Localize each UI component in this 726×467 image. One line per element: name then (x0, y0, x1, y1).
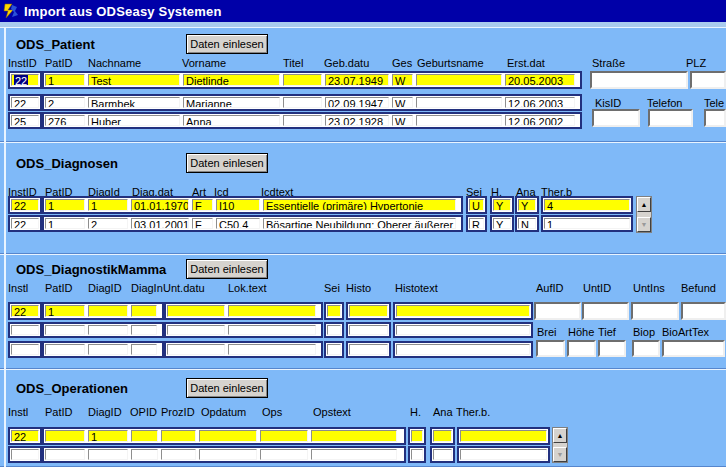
strasse-field[interactable] (590, 71, 688, 89)
patid-field[interactable] (45, 325, 85, 335)
sei-field[interactable] (327, 344, 341, 355)
patid-field[interactable] (45, 449, 85, 460)
telefon2-field[interactable] (704, 109, 726, 127)
therb-field[interactable] (460, 430, 547, 442)
vorname-field[interactable]: Dietlinde (183, 74, 280, 86)
ges-field[interactable]: W (392, 115, 413, 126)
instl-field[interactable] (11, 344, 39, 355)
nachname-field[interactable]: Test (88, 74, 180, 86)
diagid-field[interactable] (88, 305, 128, 317)
diagid-field[interactable] (88, 325, 128, 335)
geburtsname-field[interactable] (416, 115, 502, 126)
opstext-field[interactable] (311, 449, 397, 460)
sei-field[interactable] (327, 305, 341, 317)
diagid-field[interactable]: 1 (88, 430, 128, 442)
scroll-down-icon[interactable]: ▼ (637, 217, 651, 232)
diagid-field[interactable]: 1 (88, 199, 128, 211)
instid-field[interactable]: 22 (11, 218, 39, 229)
diagid-field[interactable]: 2 (88, 218, 128, 229)
histo-field[interactable] (349, 325, 388, 335)
patid-field[interactable]: 1 (45, 305, 85, 317)
art-field[interactable]: F (192, 218, 213, 229)
loktext-field[interactable] (228, 325, 316, 335)
patid-field[interactable]: 1 (45, 74, 85, 86)
histotext-field[interactable] (396, 325, 530, 335)
patid-field[interactable] (45, 344, 85, 355)
diagid-field[interactable] (88, 449, 128, 460)
nachname-field[interactable]: Barmbek (88, 97, 180, 108)
prozid-field[interactable] (161, 430, 196, 442)
opid-field[interactable] (131, 449, 158, 460)
vorname-field[interactable]: Marianne (183, 97, 280, 108)
kisid-field[interactable] (592, 109, 640, 127)
patid-field[interactable]: 1 (45, 199, 85, 211)
sei-field[interactable] (327, 325, 341, 335)
opdatum-field[interactable] (199, 430, 257, 442)
therb-field[interactable]: 1 (544, 218, 630, 229)
patid-field[interactable]: 2 (45, 97, 85, 108)
geburtsname-field[interactable] (416, 74, 502, 86)
operationen-scrollbar[interactable]: ▲ ▼ (552, 427, 568, 463)
diagnosen-scrollbar[interactable]: ▲ ▼ (636, 196, 652, 233)
biop-field[interactable] (632, 340, 660, 357)
ops-field[interactable] (260, 430, 308, 442)
instid-field[interactable]: 25 (11, 115, 39, 126)
histo-field[interactable] (349, 344, 388, 355)
geburtsname-field[interactable] (416, 97, 502, 108)
erstdat-field[interactable]: 20.05.2003 (505, 74, 575, 86)
instl-field[interactable]: 22 (11, 305, 39, 317)
h-field[interactable] (411, 430, 423, 442)
brei-field[interactable] (536, 340, 565, 357)
ges-field[interactable]: W (392, 97, 413, 108)
ops-field[interactable] (260, 449, 308, 460)
erstdat-field[interactable]: 12.06.2002 (505, 115, 575, 126)
icd-field[interactable]: I10 (216, 199, 260, 211)
window-titlebar[interactable]: Import aus ODSeasy Systemen (0, 0, 726, 22)
patid-field[interactable] (45, 430, 85, 442)
instid-field[interactable]: 22 (11, 74, 39, 86)
daten-einlesen-button-operationen[interactable]: Daten einlesen (186, 378, 268, 398)
untdatu-field[interactable] (167, 325, 225, 335)
diagin-field[interactable] (131, 344, 157, 355)
plz-field[interactable] (690, 71, 726, 89)
h-field[interactable]: Y (493, 199, 511, 211)
scroll-down-icon[interactable]: ▼ (553, 447, 567, 462)
titel-field[interactable] (283, 115, 322, 126)
gebdatu-field[interactable]: 23.02.1928 (325, 115, 389, 126)
befund-field[interactable] (681, 302, 726, 320)
icdtext-field[interactable]: Bösartige Neubildung: Oberer äußerer Qua (263, 218, 456, 229)
titel-field[interactable] (283, 97, 322, 108)
ana-field[interactable]: Y (518, 199, 536, 211)
ana-field[interactable] (433, 430, 452, 442)
diagdat-field[interactable]: 01.01.1970 (131, 199, 189, 211)
ana-field[interactable] (433, 449, 452, 460)
h-field[interactable]: Y (493, 218, 511, 229)
patid-field[interactable]: 276 (45, 115, 85, 126)
bioarttex-field[interactable] (662, 340, 725, 357)
loktext-field[interactable] (228, 305, 316, 317)
gebdatu-field[interactable]: 02.09.1947 (325, 97, 389, 108)
opstext-field[interactable] (311, 430, 397, 442)
untins-field[interactable] (631, 302, 679, 320)
opid-field[interactable] (131, 430, 158, 442)
icdtext-field[interactable]: Essentielle (primäre) Hypertonie (263, 199, 456, 211)
opdatum-field[interactable] (199, 449, 257, 460)
sei-field[interactable]: R (469, 218, 484, 229)
ana-field[interactable]: N (518, 218, 536, 229)
daten-einlesen-button-mamma[interactable]: Daten einlesen (186, 259, 268, 279)
instl-field[interactable] (11, 325, 39, 335)
patid-field[interactable]: 1 (45, 218, 85, 229)
ges-field[interactable]: W (392, 74, 413, 86)
diagin-field[interactable] (131, 305, 157, 317)
gebdatu-field[interactable]: 23.07.1949 (325, 74, 389, 86)
h-field[interactable] (411, 449, 423, 460)
untdatu-field[interactable] (167, 344, 225, 355)
tief-field[interactable] (598, 340, 626, 357)
daten-einlesen-button-diagnosen[interactable]: Daten einlesen (186, 153, 268, 173)
diagdat-field[interactable]: 03.01.2001 (131, 218, 189, 229)
scroll-up-icon[interactable]: ▲ (637, 197, 651, 212)
histotext-field[interactable] (396, 305, 530, 317)
instid-field[interactable]: 22 (11, 199, 39, 211)
histotext-field[interactable] (396, 344, 530, 355)
hoehe-field[interactable] (567, 340, 596, 357)
